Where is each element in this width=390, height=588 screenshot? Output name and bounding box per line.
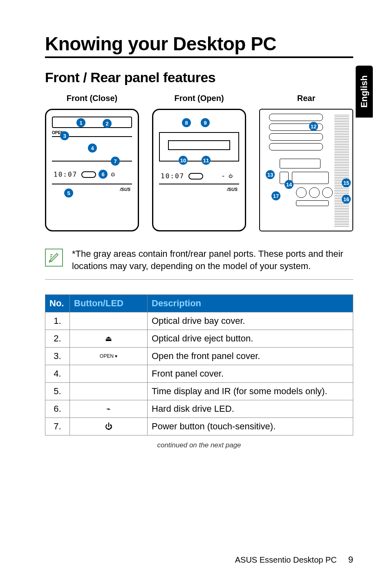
callout-badge: 17 [271, 191, 280, 200]
cell-desc: Optical drive eject button. [148, 330, 353, 348]
language-tab: English [356, 65, 373, 117]
callout-badge: 16 [342, 195, 351, 204]
cell-desc: Front panel cover. [148, 365, 353, 383]
table-row: 1. Optical drive bay cover. [45, 312, 353, 330]
diagram-box: 12 13 14 15 16 17 [259, 109, 353, 231]
diagram-box: OPEN 10:07 ⌁ ⏻ /SUS 1 2 3 4 5 6 7 [45, 109, 139, 231]
footer-product: ASUS Essentio Desktop PC [235, 555, 337, 565]
cell-button: OPEN ▾ [70, 348, 148, 365]
callout-badge: 10 [179, 156, 188, 165]
diagram-front-open: Front (Open) 10:07 ⌁ ⏻ /SUS 8 9 10 11 [152, 94, 246, 231]
th-no: No. [45, 295, 70, 312]
cell-button [70, 383, 148, 400]
time-display: 10:07 [161, 172, 184, 180]
cell-no: 1. [45, 312, 70, 330]
table-row: 7. ⏻ Power button (touch-sensitive). [45, 418, 353, 435]
cell-no: 2. [45, 330, 70, 348]
callout-badge: 15 [342, 178, 351, 187]
callout-badge: 4 [88, 144, 97, 153]
callout-badge: 13 [266, 170, 275, 179]
diagram-label: Front (Open) [174, 94, 224, 103]
callout-badge: 9 [201, 118, 210, 127]
diagram-box: 10:07 ⌁ ⏻ /SUS 8 9 10 11 [152, 109, 246, 231]
diagram-front-close: Front (Close) OPEN 10:07 ⌁ ⏻ /SUS 1 2 3 … [45, 94, 139, 231]
cell-no: 3. [45, 348, 70, 365]
th-button: Button/LED [70, 295, 148, 312]
cell-button [70, 365, 148, 383]
cell-button [70, 312, 148, 330]
table-row: 2. ⏏ Optical drive eject button. [45, 330, 353, 348]
table-row: 6. ⌁ Hard disk drive LED. [45, 400, 353, 418]
logo-text: /SUS [120, 187, 130, 192]
cell-button: ⏏ [70, 330, 148, 348]
cell-button: ⏻ [70, 418, 148, 435]
cell-desc: Optical drive bay cover. [148, 312, 353, 330]
features-table: No. Button/LED Description 1. Optical dr… [45, 294, 353, 435]
cell-no: 6. [45, 400, 70, 418]
cell-desc: Open the front panel cover. [148, 348, 353, 365]
table-row: 5. Time display and IR (for some models … [45, 383, 353, 400]
cell-desc: Time display and IR (for some models onl… [148, 383, 353, 400]
cell-no: 7. [45, 418, 70, 435]
page-footer: ASUS Essentio Desktop PC 9 [235, 554, 353, 565]
diagram-label: Front (Close) [67, 94, 117, 103]
section-heading: Front / Rear panel features [45, 70, 353, 85]
callout-badge: 11 [202, 156, 211, 165]
footer-page-number: 9 [348, 554, 353, 565]
callout-badge: 6 [99, 170, 108, 179]
note-block: *The gray areas contain front/rear panel… [45, 248, 353, 280]
th-description: Description [148, 295, 353, 312]
table-row: 3. OPEN ▾ Open the front panel cover. [45, 348, 353, 365]
page-title: Knowing your Desktop PC [45, 33, 353, 58]
callout-badge: 3 [60, 131, 69, 140]
cell-button: ⌁ [70, 400, 148, 418]
note-text: *The gray areas contain front/rear panel… [72, 248, 353, 272]
cell-no: 5. [45, 383, 70, 400]
cell-desc: Hard disk drive LED. [148, 400, 353, 418]
callout-badge: 2 [103, 119, 112, 128]
cell-no: 4. [45, 365, 70, 383]
table-row: 4. Front panel cover. [45, 365, 353, 383]
callout-badge: 1 [76, 118, 85, 127]
diagram-row: Front (Close) OPEN 10:07 ⌁ ⏻ /SUS 1 2 3 … [45, 94, 353, 231]
callout-badge: 7 [111, 157, 120, 166]
cell-desc: Power button (touch-sensitive). [148, 418, 353, 435]
diagram-label: Rear [297, 94, 315, 103]
continued-note: continued on the next page [45, 441, 353, 449]
logo-text: /SUS [227, 187, 238, 192]
time-display: 10:07 [54, 171, 77, 178]
callout-badge: 5 [64, 189, 73, 197]
diagram-rear: Rear 12 13 [259, 94, 353, 231]
callout-badge: 14 [285, 180, 294, 189]
callout-badge: 12 [309, 122, 318, 131]
callout-badge: 8 [182, 118, 191, 127]
note-icon [45, 249, 63, 267]
